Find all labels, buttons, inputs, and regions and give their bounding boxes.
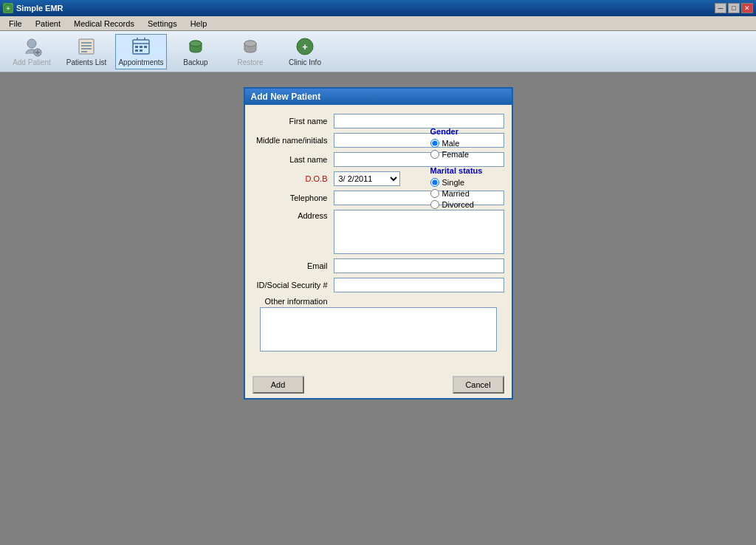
main-area: Add New Patient First name Middle name/i… (0, 72, 756, 545)
marital-divorced-row: Divorced (430, 200, 504, 209)
marital-single-radio[interactable] (430, 178, 439, 187)
marital-single-row: Single (430, 178, 504, 187)
address-label: Address (252, 210, 334, 220)
first-name-row: First name (252, 114, 504, 128)
svg-point-2 (27, 39, 36, 48)
other-info-textarea[interactable] (260, 307, 497, 352)
dialog-body: First name Middle name/initials Last nam… (245, 105, 512, 364)
address-row: Address (252, 210, 504, 254)
marital-divorced-label: Divorced (442, 200, 474, 209)
marital-status-label: Marital status (430, 166, 504, 175)
id-input[interactable] (334, 278, 504, 292)
add-patient-dialog: Add New Patient First name Middle name/i… (244, 87, 513, 400)
toolbar-patients-list[interactable]: Patients List (61, 34, 112, 69)
gender-male-radio[interactable] (430, 139, 439, 148)
menu-settings[interactable]: Settings (142, 18, 183, 30)
svg-rect-19 (140, 49, 142, 52)
cancel-button[interactable]: Cancel (453, 376, 504, 394)
other-info-label: Other information (252, 297, 334, 306)
toolbar: Add Patient Patients List (0, 31, 756, 72)
add-button[interactable]: Add (252, 376, 304, 394)
gender-female-row: Female (430, 150, 504, 159)
first-name-label: First name (252, 117, 334, 126)
svg-rect-18 (135, 49, 138, 52)
dialog-buttons: Add Cancel (245, 371, 512, 398)
email-row: Email (252, 258, 504, 273)
middle-name-label: Middle name/initials (252, 136, 334, 145)
svg-rect-15 (135, 46, 138, 48)
toolbar-restore[interactable]: Restore (224, 34, 276, 69)
gender-male-label: Male (442, 139, 460, 148)
toolbar-backup-label: Backup (183, 58, 207, 66)
backup-icon (185, 36, 206, 57)
toolbar-patients-list-label: Patients List (66, 58, 106, 66)
toolbar-appointments[interactable]: Appointments (115, 34, 167, 69)
toolbar-restore-label: Restore (237, 58, 263, 66)
marital-divorced-radio[interactable] (430, 200, 439, 209)
marital-single-label: Single (442, 178, 465, 187)
id-row: ID/Social Security # (252, 278, 504, 292)
marital-married-row: Married (430, 189, 504, 198)
email-input[interactable] (334, 258, 504, 273)
minimize-button[interactable]: ─ (715, 3, 726, 13)
dob-label: D.O.B (252, 174, 334, 183)
gender-female-label: Female (442, 150, 470, 159)
svg-rect-17 (144, 46, 147, 48)
toolbar-appointments-label: Appointments (118, 58, 163, 66)
toolbar-add-patient-label: Add Patient (13, 58, 51, 66)
appointments-icon (131, 36, 151, 57)
add-patient-icon (21, 36, 42, 57)
email-label: Email (252, 261, 334, 270)
menu-bar: File Patient Medical Records Settings He… (0, 16, 756, 31)
right-panel: Gender Male Female Marital status Single (430, 127, 504, 211)
app-icon: + (3, 3, 13, 13)
clinic-info-icon: + (295, 36, 315, 57)
svg-rect-16 (140, 46, 142, 48)
toolbar-backup[interactable]: Backup (170, 34, 221, 69)
gender-label: Gender (430, 127, 504, 136)
address-textarea[interactable] (334, 210, 504, 254)
menu-medical-records[interactable]: Medical Records (68, 18, 140, 30)
dialog-title: Add New Patient (245, 89, 512, 105)
id-label: ID/Social Security # (252, 281, 334, 289)
svg-point-21 (190, 41, 202, 47)
telephone-label: Telephone (252, 193, 334, 202)
dob-select[interactable]: 3/ 2/2011 (334, 171, 400, 186)
gender-female-radio[interactable] (430, 150, 439, 159)
menu-file[interactable]: File (3, 18, 28, 30)
svg-text:+: + (302, 41, 308, 52)
patients-list-icon (76, 36, 97, 57)
gender-male-row: Male (430, 139, 504, 148)
svg-point-23 (244, 41, 256, 47)
menu-patient[interactable]: Patient (30, 18, 66, 30)
window-controls: ─ □ ✕ (715, 3, 753, 13)
menu-help[interactable]: Help (185, 18, 213, 30)
app-title: Simple EMR (16, 4, 63, 13)
toolbar-clinic-info[interactable]: + Clinic Info (279, 34, 331, 69)
toolbar-add-patient[interactable]: Add Patient (6, 34, 58, 69)
other-info-label-row: Other information (252, 297, 504, 306)
first-name-input[interactable] (334, 114, 504, 128)
marital-married-radio[interactable] (430, 189, 439, 198)
restore-button[interactable]: □ (728, 3, 740, 13)
restore-icon (240, 36, 261, 57)
close-button[interactable]: ✕ (741, 3, 753, 13)
toolbar-clinic-info-label: Clinic Info (289, 58, 321, 66)
last-name-label: Last name (252, 155, 334, 164)
marital-married-label: Married (442, 189, 470, 198)
title-bar: + Simple EMR ─ □ ✕ (0, 0, 756, 16)
svg-text:+: + (7, 6, 10, 11)
